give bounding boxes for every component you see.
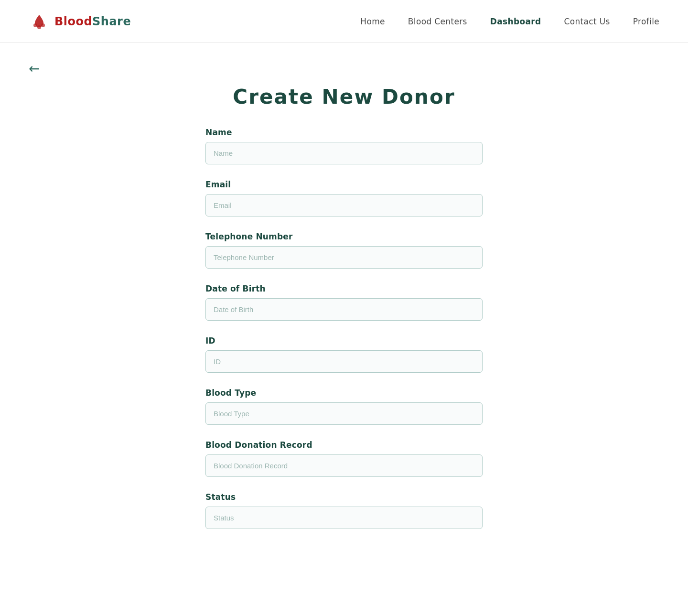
email-label: Email [205, 180, 483, 189]
email-field-group: Email [205, 180, 483, 216]
id-field-group: ID [205, 336, 483, 373]
dob-input[interactable] [205, 298, 483, 321]
nav-blood-centers[interactable]: Blood Centers [408, 17, 467, 26]
blood-type-label: Blood Type [205, 388, 483, 398]
svg-point-2 [37, 25, 41, 29]
telephone-input[interactable] [205, 246, 483, 269]
nav-profile[interactable]: Profile [633, 17, 659, 26]
id-input[interactable] [205, 350, 483, 373]
blood-donation-record-input[interactable] [205, 454, 483, 477]
name-field-group: Name [205, 128, 483, 164]
svg-point-3 [41, 23, 45, 27]
page-content: ← Create New Donor Name Email Telephone … [0, 43, 688, 583]
dob-label: Date of Birth [205, 284, 483, 293]
telephone-field-group: Telephone Number [205, 232, 483, 269]
id-label: ID [205, 336, 483, 346]
status-input[interactable] [205, 507, 483, 529]
logo-share-text: Share [92, 15, 131, 28]
status-field-group: Status [205, 492, 483, 529]
status-label: Status [205, 492, 483, 502]
email-input[interactable] [205, 194, 483, 216]
name-input[interactable] [205, 142, 483, 164]
page-title: Create New Donor [29, 85, 659, 108]
nav-links: Home Blood Centers Dashboard Contact Us … [360, 17, 659, 26]
nav-contact-us[interactable]: Contact Us [564, 17, 610, 26]
blood-donation-record-field-group: Blood Donation Record [205, 440, 483, 477]
nav-home[interactable]: Home [360, 17, 385, 26]
logo: BloodShare [29, 11, 131, 32]
blood-donation-record-label: Blood Donation Record [205, 440, 483, 450]
telephone-label: Telephone Number [205, 232, 483, 241]
name-label: Name [205, 128, 483, 137]
nav-dashboard[interactable]: Dashboard [490, 17, 541, 26]
main-nav: BloodShare Home Blood Centers Dashboard … [0, 0, 688, 43]
blood-type-field-group: Blood Type [205, 388, 483, 425]
logo-blood-text: Blood [54, 15, 92, 28]
blood-type-input[interactable] [205, 402, 483, 425]
svg-point-1 [33, 23, 37, 27]
back-button[interactable]: ← [29, 62, 40, 76]
dob-field-group: Date of Birth [205, 284, 483, 321]
create-donor-form: Name Email Telephone Number Date of Birt… [205, 128, 483, 529]
logo-icon [29, 11, 50, 32]
